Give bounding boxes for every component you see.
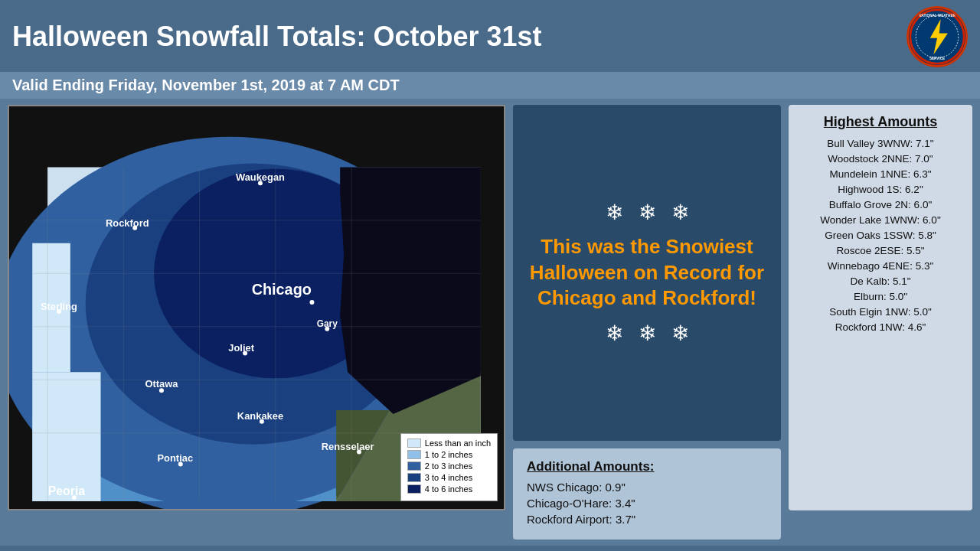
highest-item-8: Roscoe 2ESE: 5.5" [799, 245, 962, 256]
snowflake-icon-3: ❄ [671, 200, 689, 225]
snowflake-icon-6: ❄ [671, 321, 689, 346]
snowflakes-top: ❄ ❄ ❄ [606, 200, 689, 225]
svg-point-47 [57, 309, 61, 314]
main-content: Waukegan Rockford Chicago Sterling Gary … [0, 99, 980, 546]
svg-marker-17 [32, 372, 100, 501]
additional-title: Additional Amounts: [527, 459, 767, 474]
footer: National Weather Service Chicago | Issue… [0, 546, 980, 551]
svg-point-48 [325, 327, 329, 331]
highest-amounts-title: Highest Amounts [799, 114, 962, 130]
subtitle-text: Valid Ending Friday, November 1st, 2019 … [12, 77, 400, 93]
highest-item-2: Woodstock 2NNE: 7.0" [799, 153, 962, 165]
svg-text:Kankakee: Kankakee [237, 410, 283, 422]
svg-text:Rensselaer: Rensselaer [322, 441, 374, 452]
svg-point-51 [260, 419, 264, 424]
svg-point-44 [258, 181, 263, 185]
subtitle-bar: Valid Ending Friday, November 1st, 2019 … [0, 72, 980, 99]
map-legend: Less than an inch 1 to 2 inches 2 to 3 i… [400, 433, 498, 501]
svg-text:SERVICE: SERVICE [929, 57, 945, 60]
svg-text:Joliet: Joliet [228, 342, 254, 354]
svg-point-46 [309, 300, 314, 305]
svg-text:Ottawa: Ottawa [145, 378, 178, 390]
svg-marker-21 [340, 167, 481, 414]
highest-item-10: De Kalb: 5.1" [799, 276, 962, 287]
additional-item-3: Rockford Airport: 3.7" [527, 513, 767, 526]
highest-item-11: Elburn: 5.0" [799, 291, 962, 302]
svg-text:Rockford: Rockford [106, 217, 149, 229]
svg-point-50 [243, 351, 247, 356]
snowiest-text: This was the Snowiest Halloween on Recor… [524, 234, 769, 311]
svg-point-45 [132, 226, 137, 230]
snowflakes-bottom: ❄ ❄ ❄ [606, 321, 689, 346]
highest-item-3: Mundelein 1NNE: 6.3" [799, 168, 962, 180]
highest-item-13: Rockford 1NW: 4.6" [799, 321, 962, 333]
highest-item-4: Highwood 1S: 6.2" [799, 184, 962, 195]
additional-item-2: Chicago-O'Hare: 3.4" [527, 497, 767, 510]
svg-text:Chicago: Chicago [252, 281, 312, 298]
highest-item-5: Buffalo Grove 2N: 6.0" [799, 199, 962, 210]
snowiest-box: ❄ ❄ ❄ This was the Snowiest Halloween on… [513, 105, 781, 441]
highest-item-12: South Elgin 1NW: 5.0" [799, 306, 962, 318]
snowflake-icon-5: ❄ [639, 321, 656, 346]
header: Halloween Snowfall Totals: October 31st … [0, 0, 980, 72]
svg-text:Pontiac: Pontiac [158, 452, 194, 464]
nws-logo: NATIONAL WEATHER SERVICE [906, 6, 968, 67]
highest-amounts-list: Bull Valley 3WNW: 7.1"Woodstock 2NNE: 7.… [799, 138, 962, 333]
highest-item-1: Bull Valley 3WNW: 7.1" [799, 138, 962, 149]
middle-panel: ❄ ❄ ❄ This was the Snowiest Halloween on… [513, 105, 781, 540]
snowfall-map: Waukegan Rockford Chicago Sterling Gary … [8, 105, 505, 510]
snowflake-icon-2: ❄ [639, 200, 656, 225]
highest-item-7: Green Oaks 1SSW: 5.8" [799, 230, 962, 241]
highest-amounts-panel: Highest Amounts Bull Valley 3WNW: 7.1"Wo… [789, 105, 972, 510]
snowflake-icon-4: ❄ [606, 321, 623, 346]
snowflake-icon-1: ❄ [606, 200, 623, 225]
svg-point-54 [72, 495, 77, 500]
svg-text:Peoria: Peoria [48, 484, 86, 497]
highest-item-9: Winnebago 4ENE: 5.3" [799, 260, 962, 272]
highest-item-6: Wonder Lake 1WNW: 6.0" [799, 214, 962, 226]
svg-point-52 [357, 450, 361, 455]
svg-point-49 [159, 388, 164, 393]
additional-item-1: NWS Chicago: 0.9" [527, 481, 767, 494]
page-title: Halloween Snowfall Totals: October 31st [12, 21, 541, 52]
svg-text:NATIONAL WEATHER: NATIONAL WEATHER [919, 14, 956, 18]
additional-amounts-box: Additional Amounts: NWS Chicago: 0.9" Ch… [513, 448, 781, 540]
svg-point-53 [178, 461, 183, 466]
